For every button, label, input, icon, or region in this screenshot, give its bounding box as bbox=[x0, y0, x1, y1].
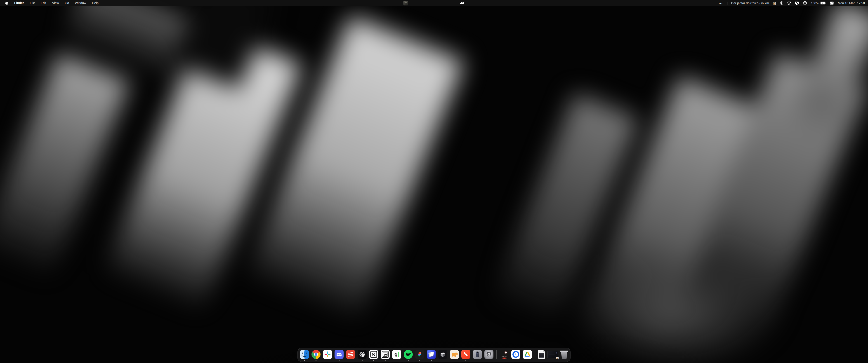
dock-separator bbox=[496, 350, 497, 359]
menu-window[interactable]: Window bbox=[75, 0, 86, 6]
audio-visualizer-icon[interactable] bbox=[460, 2, 464, 4]
pointer-pick-icon[interactable] bbox=[787, 1, 791, 5]
minimized-window-app-badge: 10 bbox=[556, 357, 559, 360]
battery-status[interactable]: 100% bbox=[811, 1, 826, 5]
onepassword-app-icon bbox=[511, 350, 520, 359]
dock-item-spotify[interactable] bbox=[404, 350, 413, 359]
dock-item-spline[interactable] bbox=[438, 350, 447, 359]
running-indicator bbox=[419, 360, 420, 361]
running-indicator bbox=[373, 360, 374, 361]
superhuman-app-icon bbox=[461, 350, 470, 359]
menu-bar: Finder File Edit View Go Window Help •••… bbox=[0, 0, 868, 6]
running-indicator bbox=[362, 360, 363, 361]
dock-item-todoist[interactable] bbox=[346, 350, 355, 359]
dock-item-minimized-window[interactable]: 10 bbox=[548, 350, 558, 359]
running-indicator bbox=[315, 360, 316, 361]
gear-icon: ⚙ bbox=[486, 351, 492, 358]
battery-percent-label: 100% bbox=[811, 1, 819, 5]
dock-item-iphone-mirroring[interactable] bbox=[473, 350, 482, 359]
menu-view[interactable]: View bbox=[52, 0, 59, 6]
mammoth-app-icon bbox=[450, 350, 459, 359]
dock-item-google-drive[interactable] bbox=[523, 350, 532, 359]
google-chrome-app-icon bbox=[311, 350, 320, 359]
running-indicator bbox=[385, 360, 385, 361]
slack-app-icon bbox=[323, 350, 332, 359]
dock-item-linear[interactable] bbox=[358, 350, 367, 359]
menu-help[interactable]: Help bbox=[92, 0, 98, 6]
dock-item-raycast[interactable]: raycast bbox=[500, 350, 509, 359]
godspeed-app-icon: g bbox=[392, 350, 401, 359]
trash-icon bbox=[560, 350, 568, 359]
svg-text:10: 10 bbox=[383, 353, 387, 356]
iphone-mirroring-app-icon bbox=[473, 350, 482, 359]
battery-icon bbox=[820, 2, 826, 4]
craft-app-icon bbox=[427, 350, 436, 359]
dock-item-system-settings[interactable]: ⚙ bbox=[485, 350, 493, 359]
dock-item-godspeed[interactable]: g bbox=[392, 350, 401, 359]
system-settings-app-icon: ⚙ bbox=[485, 350, 493, 359]
document-file-icon bbox=[538, 350, 545, 359]
running-indicator bbox=[304, 360, 305, 361]
running-indicator bbox=[431, 360, 432, 361]
menu-go[interactable]: Go bbox=[65, 0, 69, 6]
menu-edit[interactable]: Edit bbox=[41, 0, 46, 6]
dock-item-1password[interactable] bbox=[511, 350, 520, 359]
svg-text:g: g bbox=[395, 351, 398, 357]
raycast-app-icon: raycast bbox=[500, 350, 509, 359]
menu-app-name[interactable]: Finder bbox=[14, 0, 24, 6]
sun-burst-icon[interactable] bbox=[779, 1, 783, 5]
menu-bar-clock[interactable]: Mon 10 Mar 17:58 bbox=[838, 1, 865, 5]
display-mirroring-icon[interactable] bbox=[795, 1, 799, 5]
onepassword-menu-icon[interactable] bbox=[803, 1, 807, 5]
dock-item-finder[interactable] bbox=[300, 350, 309, 359]
reminder-status-text[interactable]: Dar jantar do Chico · in 2m bbox=[731, 1, 769, 5]
dock-item-trash[interactable] bbox=[560, 350, 568, 359]
clock-time: 17:58 bbox=[857, 1, 865, 5]
dock-item-craft[interactable] bbox=[427, 350, 436, 359]
dock-item-document-file[interactable] bbox=[538, 350, 545, 359]
dock-item-discord[interactable] bbox=[335, 350, 344, 359]
svg-text:N: N bbox=[372, 352, 375, 357]
clock-date: Mon 10 Mar bbox=[838, 1, 855, 5]
apple-menu-icon[interactable] bbox=[5, 1, 8, 5]
finder-app-icon bbox=[300, 350, 309, 359]
desktop-wallpaper[interactable] bbox=[0, 0, 868, 363]
google-drive-app-icon bbox=[523, 350, 532, 359]
dock-separator bbox=[535, 350, 535, 359]
spline-app-icon bbox=[438, 350, 447, 359]
spotify-app-icon bbox=[404, 350, 413, 359]
raycast-diamond-icon bbox=[505, 352, 507, 354]
notion-calendar-app-icon: 10 bbox=[381, 350, 390, 359]
linear-app-icon bbox=[358, 350, 367, 359]
dock-item-notion[interactable]: N bbox=[369, 350, 378, 359]
figma-app-icon bbox=[415, 350, 424, 359]
menu-file[interactable]: File bbox=[30, 0, 35, 6]
status-separator bbox=[727, 2, 727, 5]
dock-item-google-chrome[interactable] bbox=[311, 350, 320, 359]
dock: N 10 g bbox=[298, 348, 570, 362]
dock-item-superhuman[interactable] bbox=[461, 350, 470, 359]
dock-item-mammoth[interactable] bbox=[450, 350, 459, 359]
now-playing-album-art[interactable] bbox=[403, 1, 408, 5]
running-indicator bbox=[465, 360, 466, 361]
menu-bar-left: Finder File Edit View Go Window Help bbox=[0, 0, 98, 6]
running-indicator bbox=[339, 360, 340, 361]
g-cursor-icon[interactable]: g bbox=[773, 2, 776, 5]
dock-item-notion-calendar[interactable]: 10 bbox=[381, 350, 390, 359]
running-indicator bbox=[408, 360, 409, 361]
discord-app-icon bbox=[335, 350, 344, 359]
dock-item-slack[interactable] bbox=[323, 350, 332, 359]
control-center-icon[interactable] bbox=[830, 1, 834, 5]
menu-bar-status: ••• Dar jantar do Chico · in 2m g 100% M… bbox=[719, 0, 868, 6]
notion-app-icon: N bbox=[369, 350, 378, 359]
wallpaper-vignette bbox=[0, 0, 868, 363]
dock-item-figma[interactable] bbox=[415, 350, 424, 359]
todoist-app-icon bbox=[346, 350, 355, 359]
overflow-dots-icon[interactable]: ••• bbox=[719, 2, 723, 4]
